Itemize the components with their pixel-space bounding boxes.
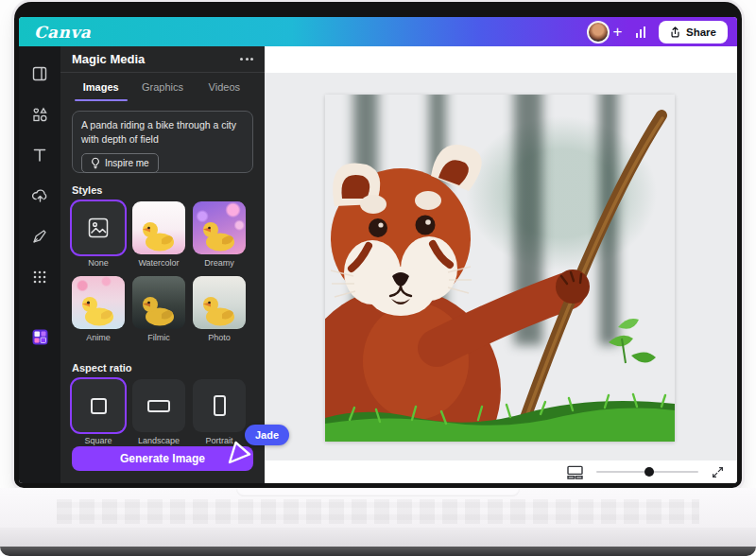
- duck-illustration: [199, 219, 239, 252]
- tab-images[interactable]: Images: [70, 73, 131, 101]
- styles-row-2: Anime: [60, 276, 265, 342]
- laptop-lid: Canva + Share: [14, 2, 742, 488]
- design-icon[interactable]: [26, 61, 53, 87]
- ellipsis-icon[interactable]: [240, 54, 253, 64]
- style-option-watercolor[interactable]: Watercolor: [132, 201, 185, 268]
- duck-illustration: [199, 294, 239, 326]
- duck-illustration: [139, 219, 179, 252]
- canvas-toolbar: [265, 46, 737, 73]
- style-thumb-anime: [72, 276, 125, 329]
- panel-title: Magic Media: [72, 52, 145, 66]
- generate-image-button[interactable]: Generate Image: [72, 446, 253, 471]
- keyboard: [57, 499, 699, 524]
- style-thumb-filmic: [132, 276, 185, 329]
- inspire-me-button[interactable]: Inspire me: [81, 153, 159, 173]
- style-option-none[interactable]: None: [72, 201, 125, 268]
- expand-icon[interactable]: [712, 466, 724, 478]
- red-panda-illustration: [325, 95, 675, 442]
- duck-illustration: [78, 294, 118, 326]
- pages-view-icon[interactable]: [567, 465, 583, 479]
- topbar-actions: + Share: [587, 21, 728, 43]
- style-option-photo[interactable]: Photo: [193, 276, 246, 342]
- aspect-option-square[interactable]: Square: [72, 379, 125, 445]
- tab-graphics[interactable]: Graphics: [131, 73, 193, 101]
- styles-heading: Styles: [72, 184, 253, 196]
- aspect-option-portrait[interactable]: Portrait: [193, 379, 246, 445]
- share-button[interactable]: Share: [659, 21, 728, 43]
- prompt-text: A panda riding a bike through a city wit…: [81, 118, 244, 147]
- app-window: Canva + Share: [19, 17, 737, 483]
- aspect-ratio-options: Square Landscape Portrait: [60, 379, 265, 445]
- square-icon: [91, 398, 107, 414]
- canvas-bottom-bar: [265, 460, 737, 483]
- topbar: Canva + Share: [19, 17, 737, 46]
- image-icon: [88, 217, 109, 238]
- prompt-input[interactable]: A panda riding a bike through a city wit…: [72, 111, 253, 173]
- style-option-filmic[interactable]: Filmic: [132, 276, 185, 342]
- hinge-notch: [236, 488, 520, 496]
- style-thumb-photo: [193, 276, 246, 329]
- laptop-base: [0, 488, 756, 556]
- lightbulb-icon: [91, 157, 100, 169]
- user-avatar[interactable]: [587, 21, 610, 43]
- aspect-option-landscape[interactable]: Landscape: [132, 379, 185, 445]
- style-thumb-watercolor: [132, 201, 185, 254]
- share-label: Share: [686, 26, 716, 38]
- design-canvas: [265, 46, 737, 483]
- style-thumb-none: [72, 201, 125, 254]
- uploads-icon[interactable]: [26, 182, 53, 209]
- canva-logo[interactable]: Canva: [34, 23, 91, 42]
- share-upload-icon: [670, 26, 680, 38]
- workspace: Magic Media Images Graphics Videos A pan…: [19, 46, 737, 483]
- elements-icon[interactable]: [26, 101, 53, 128]
- magic-media-app-icon[interactable]: [26, 323, 53, 350]
- laptop-mockup: Canva + Share: [0, 0, 756, 556]
- panel-tabs: Images Graphics Videos: [60, 73, 265, 101]
- zoom-slider[interactable]: [596, 466, 698, 478]
- generated-image[interactable]: [325, 95, 675, 442]
- draw-icon[interactable]: [26, 223, 53, 250]
- sidebar: [19, 46, 60, 483]
- panel-header: Magic Media: [60, 46, 265, 73]
- styles-row-1: None: [60, 201, 265, 268]
- apps-icon[interactable]: [26, 264, 53, 290]
- portrait-icon: [214, 395, 226, 416]
- style-option-dreamy[interactable]: Dreamy: [193, 201, 246, 268]
- text-icon[interactable]: [26, 142, 53, 168]
- aspect-ratio-heading: Aspect ratio: [72, 362, 253, 374]
- insights-icon[interactable]: [636, 26, 646, 38]
- tab-videos[interactable]: Videos: [194, 73, 255, 101]
- add-member-button[interactable]: +: [613, 24, 623, 40]
- style-option-anime[interactable]: Anime: [72, 276, 125, 342]
- duck-illustration: [139, 294, 179, 326]
- landscape-icon: [147, 400, 170, 412]
- zoom-slider-thumb[interactable]: [644, 467, 654, 477]
- inspire-me-label: Inspire me: [105, 158, 149, 168]
- style-thumb-dreamy: [193, 201, 246, 254]
- magic-media-panel: Magic Media Images Graphics Videos A pan…: [60, 46, 265, 483]
